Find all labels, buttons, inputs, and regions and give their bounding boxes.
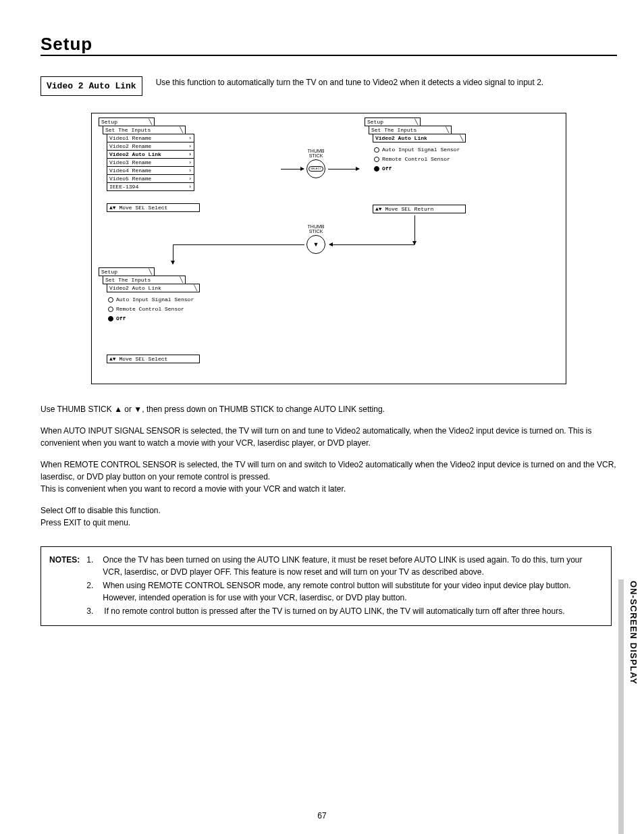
osd1-item: IEEE-1394› (107, 182, 194, 191)
thumbstick-icon: THUMB STICK ▼ (306, 224, 325, 254)
osd2-crumb-2: Video2 Auto Link╲ (373, 134, 466, 142)
body-p3: When REMOTE CONTROL SENSOR is selected, … (41, 459, 617, 495)
side-tab-label: ON-SCREEN DISPLAY (628, 581, 639, 685)
osd3-option: Remote Control Sensor (108, 305, 200, 314)
flow-line (414, 215, 415, 244)
osd3-crumb-2: Video2 Auto Link╲ (107, 284, 200, 292)
body-p4: Select Off to disable this function. Pre… (41, 504, 617, 529)
notes-label: NOTES: (49, 554, 80, 619)
osd3-option: Off (108, 314, 200, 323)
osd2-footer: ▲▼ Move SEL Return (373, 205, 466, 213)
osd2-option: Remote Control Sensor (374, 155, 466, 164)
page-title: Setup (41, 34, 92, 54)
osd2-option: Off (374, 164, 466, 174)
body-p2: When AUTO INPUT SIGNAL SENSOR is selecte… (41, 425, 617, 449)
osd-menu-3: Setup╲ Set The Inputs╲ Video2 Auto Link╲… (99, 267, 200, 363)
osd2-option: Auto Input Signal Sensor (374, 145, 466, 155)
side-tab-bar (618, 579, 624, 834)
osd3-option: Auto Input Signal Sensor (108, 295, 200, 305)
notes-box: NOTES: 1.Once the TV has been turned on … (41, 546, 612, 626)
osd3-footer: ▲▼ Move SEL Select (107, 355, 200, 363)
flow-line (173, 244, 304, 245)
flow-line (329, 244, 414, 245)
body-p1: Use THUMB STICK ▲ or ▼, then press down … (41, 403, 617, 415)
note-item: 1.Once the TV has been turned on using t… (86, 554, 603, 578)
note-item: 3.If no remote control button is pressed… (86, 605, 603, 617)
osd-diagram: Setup╲ Set The Inputs╲ Video1 Rename› Vi… (91, 113, 566, 384)
osd-menu-2: Setup╲ Set The Inputs╲ Video2 Auto Link╲… (365, 118, 466, 213)
osd-menu-1: Setup╲ Set The Inputs╲ Video1 Rename› Vi… (99, 118, 200, 212)
note-item: 2.When using REMOTE CONTROL SENSOR mode,… (86, 579, 603, 604)
page-number: 67 (0, 811, 644, 820)
feature-name-box: Video 2 Auto Link (41, 76, 142, 96)
feature-intro: Use this function to automatically turn … (156, 76, 544, 88)
osd1-footer: ▲▼ Move SEL Select (107, 203, 200, 212)
thumbstick-icon: THUMB STICK SELECT (306, 149, 325, 178)
flow-line (173, 245, 173, 264)
